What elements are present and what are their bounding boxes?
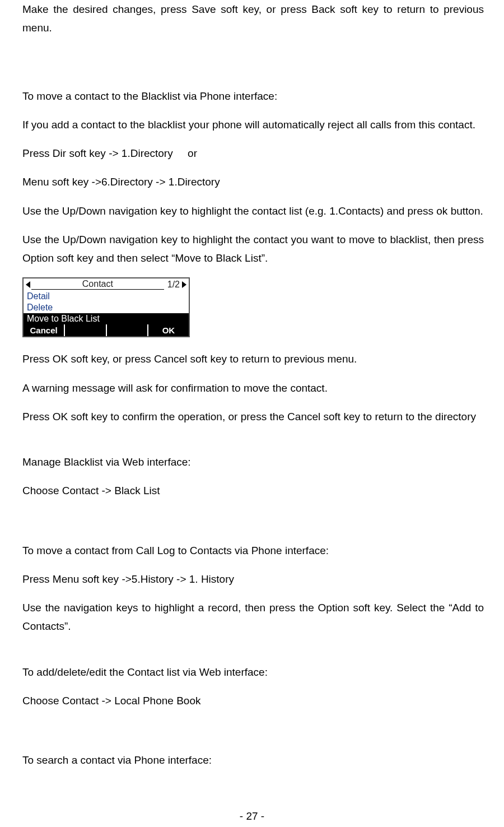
paragraph: Press Dir soft key -> 1.Directory or bbox=[22, 144, 484, 162]
page-number: - 27 - bbox=[0, 810, 504, 823]
section-heading: Manage Blacklist via Web interface: bbox=[22, 453, 484, 471]
spacer bbox=[22, 646, 484, 663]
section-heading: To move a contact from Call Log to Conta… bbox=[22, 541, 484, 560]
softkey-blank bbox=[65, 324, 106, 336]
paragraph: Make the desired changes, press Save sof… bbox=[22, 0, 484, 38]
phone-lcd-screenshot: Contact 1/2 Detail Delete Move to Black … bbox=[22, 277, 190, 337]
lcd-softkey-bar: Cancel OK bbox=[24, 324, 189, 336]
paragraph: Press OK soft key to confirm the operati… bbox=[22, 407, 484, 426]
section-heading: To move a contact to the Blacklist via P… bbox=[22, 87, 484, 105]
spacer bbox=[22, 510, 484, 541]
paragraph: A warning message will ask for confirmat… bbox=[22, 379, 484, 397]
paragraph: Press Menu soft key ->5.History -> 1. Hi… bbox=[22, 570, 484, 588]
arrow-right-icon bbox=[182, 281, 186, 288]
spacer bbox=[22, 48, 484, 87]
spacer bbox=[22, 720, 484, 751]
paragraph: Choose Contact -> Black List bbox=[22, 481, 484, 500]
lcd-menu-item: Delete bbox=[24, 302, 189, 313]
paragraph: Press OK soft key, or press Cancel soft … bbox=[22, 350, 484, 368]
arrow-left-icon bbox=[26, 281, 30, 288]
lcd-menu-item-selected: Move to Black List bbox=[24, 313, 189, 324]
lcd-title: Contact bbox=[31, 280, 164, 290]
lcd-title-text: Contact bbox=[81, 279, 114, 289]
paragraph: Use the navigation keys to highlight a r… bbox=[22, 598, 484, 636]
paragraph: Choose Contact -> Local Phone Book bbox=[22, 691, 484, 710]
section-heading: To search a contact via Phone interface: bbox=[22, 751, 484, 769]
spacer bbox=[22, 436, 484, 453]
softkey-cancel: Cancel bbox=[24, 324, 65, 336]
paragraph: Use the Up/Down navigation key to highli… bbox=[22, 230, 484, 268]
softkey-blank bbox=[107, 324, 148, 336]
lcd-page-indicator: 1/2 bbox=[167, 280, 180, 290]
section-heading: To add/delete/edit the Contact list via … bbox=[22, 663, 484, 681]
lcd-menu-item: Detail bbox=[24, 291, 189, 302]
paragraph: Use the Up/Down navigation key to highli… bbox=[22, 202, 484, 220]
document-page: Make the desired changes, press Save sof… bbox=[0, 0, 504, 827]
paragraph: Menu soft key ->6.Directory -> 1.Directo… bbox=[22, 173, 484, 191]
softkey-ok: OK bbox=[148, 324, 189, 336]
lcd-title-bar: Contact 1/2 bbox=[24, 278, 189, 291]
paragraph: If you add a contact to the blacklist yo… bbox=[22, 115, 484, 134]
